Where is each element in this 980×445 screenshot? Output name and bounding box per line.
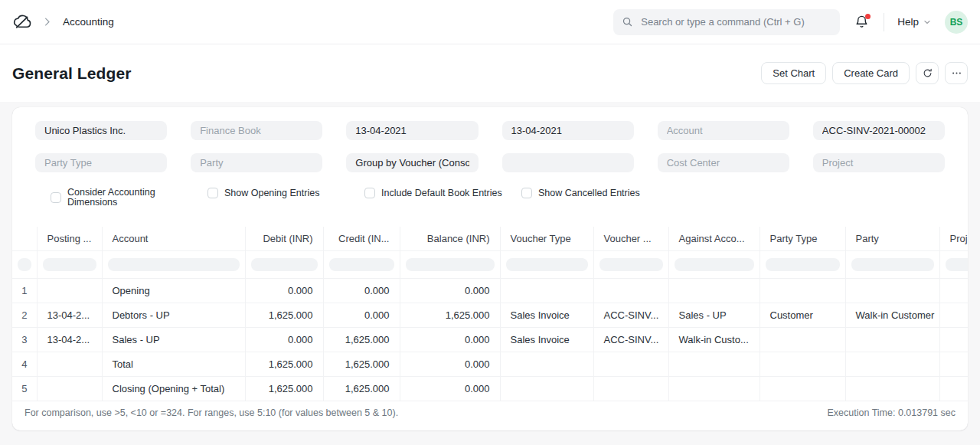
cell-posting-date [37, 278, 102, 303]
global-search[interactable] [613, 9, 840, 35]
column-header-balance[interactable]: Balance (INR) [400, 227, 500, 250]
filter-cost-center[interactable] [658, 153, 789, 172]
filter-company[interactable] [35, 121, 167, 140]
cell-debit: 0.000 [245, 278, 323, 303]
notifications-button[interactable] [853, 13, 871, 31]
column-filter-party[interactable] [851, 258, 934, 271]
help-menu[interactable]: Help [897, 16, 932, 28]
cell-party-type: Customer [760, 303, 845, 327]
cell-posting-date [37, 376, 102, 401]
cell-account: Closing (Opening + Total) [102, 376, 245, 401]
search-input[interactable] [639, 15, 831, 28]
report-card: Consider Accounting DimensionsShow Openi… [12, 107, 968, 430]
column-header-idx[interactable] [12, 227, 37, 250]
column-filter-voucher-no[interactable] [599, 258, 663, 271]
cell-posting-date: 13-04-2... [37, 327, 102, 352]
cell-voucher-no [593, 352, 668, 376]
checkbox-include-default-book-entries[interactable] [364, 188, 375, 198]
cell-voucher-no [593, 278, 668, 303]
checkbox-item-consider-accounting-dimensions: Consider Accounting Dimensions [51, 188, 207, 208]
filter-voucher-no[interactable] [813, 121, 945, 140]
cell-voucher-type [500, 376, 593, 401]
general-ledger-table: Posting ...AccountDebit (INR)Credit (IN.… [12, 227, 968, 401]
column-filter-balance[interactable] [406, 258, 495, 271]
cell-project [939, 376, 968, 401]
notification-dot [865, 14, 871, 19]
cell-party-type [760, 278, 845, 303]
filter-account[interactable] [658, 121, 789, 140]
filter-finance-book[interactable] [191, 121, 322, 140]
filter-hint-text: For comparison, use >5, <10 or =324. For… [24, 407, 398, 418]
cell-against-account [668, 376, 760, 401]
cell-credit: 1,625.000 [323, 376, 400, 401]
checkbox-show-cancelled-entries[interactable] [521, 188, 532, 198]
cell-against-account [668, 352, 760, 376]
table-row: 1Opening0.0000.0000.000 [12, 278, 968, 303]
cell-party-type [760, 327, 845, 352]
column-filter-against-account[interactable] [675, 258, 754, 271]
table-row: 5Closing (Opening + Total)1,625.0001,625… [12, 376, 968, 401]
cell-idx: 2 [12, 303, 37, 327]
checkbox-label: Show Cancelled Entries [538, 188, 651, 198]
column-filter-posting-date[interactable] [43, 258, 96, 271]
cell-credit: 1,625.000 [323, 327, 400, 352]
column-filter-idx[interactable] [18, 258, 31, 271]
navbar: Accounting Help BS [0, 0, 980, 44]
divider [884, 13, 884, 31]
column-filter-party-type[interactable] [766, 258, 840, 271]
app-logo[interactable] [12, 12, 31, 31]
checkbox-label: Include Default Book Entries [381, 188, 513, 198]
column-header-account[interactable]: Account [102, 227, 245, 250]
checkbox-show-opening-entries[interactable] [207, 188, 218, 198]
column-filter-project[interactable] [946, 258, 969, 271]
column-header-party-type[interactable]: Party Type [760, 227, 845, 250]
filter-project[interactable] [813, 153, 945, 172]
column-filter-debit[interactable] [251, 258, 318, 271]
column-filter-voucher-type[interactable] [506, 258, 588, 271]
cell-balance: 0.000 [400, 352, 500, 376]
search-icon [622, 16, 633, 28]
filter-blank[interactable] [502, 153, 634, 172]
cell-voucher-no [593, 376, 668, 401]
cell-voucher-type: Sales Invoice [500, 327, 593, 352]
filter-party-type[interactable] [35, 153, 167, 172]
chevron-right-icon [41, 16, 53, 28]
filter-party[interactable] [191, 153, 322, 172]
filter-to-date[interactable] [502, 121, 634, 140]
set-chart-button[interactable]: Set Chart [761, 62, 826, 84]
checkbox-consider-accounting-dimensions[interactable] [51, 192, 61, 203]
column-header-credit[interactable]: Credit (IN... [323, 227, 400, 250]
table-row: 313-04-2...Sales - UP0.0001,625.0000.000… [12, 327, 968, 352]
filter-from-date[interactable] [346, 121, 478, 140]
cell-account: Debtors - UP [102, 303, 245, 327]
cell-voucher-type [500, 352, 593, 376]
checkbox-label: Consider Accounting Dimensions [67, 188, 207, 208]
cell-voucher-no: ACC-SINV... [593, 327, 668, 352]
column-filter-credit[interactable] [329, 258, 394, 271]
column-header-debit[interactable]: Debit (INR) [245, 227, 323, 250]
filter-group-by[interactable] [346, 153, 478, 172]
cell-project [939, 278, 968, 303]
cell-project [939, 327, 968, 352]
column-filter-account[interactable] [108, 258, 240, 271]
report-filters: Consider Accounting DimensionsShow Openi… [12, 107, 968, 227]
page-title: General Ledger [12, 64, 131, 83]
column-header-against-account[interactable]: Against Acco... [668, 227, 760, 250]
column-header-party[interactable]: Party [845, 227, 939, 250]
refresh-button[interactable] [916, 62, 939, 84]
menu-button[interactable] [945, 62, 968, 84]
cell-debit: 1,625.000 [245, 376, 323, 401]
column-header-voucher-type[interactable]: Voucher Type [500, 227, 593, 250]
avatar[interactable]: BS [945, 11, 968, 34]
cell-balance: 0.000 [400, 376, 500, 401]
breadcrumb-accounting[interactable]: Accounting [63, 16, 114, 28]
cell-idx: 5 [12, 376, 37, 401]
report-footer: For comparison, use >5, <10 or =324. For… [12, 401, 968, 424]
checkbox-item-show-opening-entries: Show Opening Entries [207, 188, 364, 198]
cell-balance: 0.000 [400, 327, 500, 352]
column-header-project[interactable]: Proj [939, 227, 968, 250]
column-header-posting-date[interactable]: Posting ... [37, 227, 102, 250]
column-header-voucher-no[interactable]: Voucher ... [593, 227, 668, 250]
cell-against-account: Sales - UP [668, 303, 760, 327]
create-card-button[interactable]: Create Card [832, 62, 910, 84]
